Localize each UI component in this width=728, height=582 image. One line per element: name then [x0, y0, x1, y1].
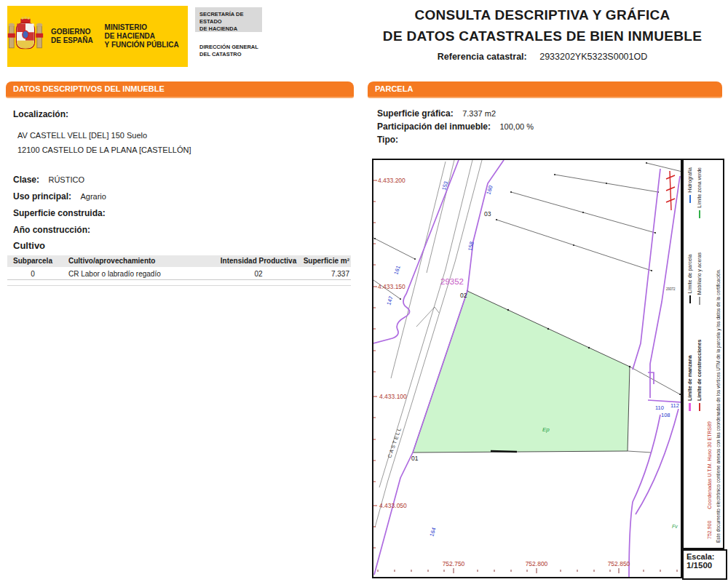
- direccion-catastro-label: DIRECCIÓN GENERAL DEL CATASTRO: [199, 44, 266, 58]
- construcciones-line-swatch: [699, 403, 700, 411]
- road-number-161: 161: [392, 265, 401, 276]
- legend-column-2: Límite de construcciones Mobiliario y ac…: [695, 167, 704, 411]
- uso-row: Uso principal: Agrario: [13, 189, 106, 202]
- tipo-label: Tipo:: [377, 135, 398, 145]
- map-legend: Límite de manzana Límite de parcela Hidr…: [682, 159, 724, 549]
- clase-value: RÚSTICO: [48, 175, 84, 184]
- cultivo-table: Subparcela Cultivo/aprovechamiento Inten…: [7, 255, 351, 286]
- anio-construccion-row: Año construcción:: [13, 223, 96, 236]
- point-label-01: 01: [411, 455, 419, 462]
- government-logo-block: GOBIERNO DE ESPAÑA MINISTERIO DE HACIEND…: [7, 6, 188, 67]
- clase-label: Clase:: [13, 175, 39, 185]
- legend-column-1: Límite de manzana Límite de parcela Hidr…: [685, 167, 695, 411]
- street-name-label: CASTELL: [387, 426, 402, 458]
- secretaria-label: SECRETARÍA DE ESTADO DE HACIENDA: [195, 7, 262, 32]
- superficie-grafica-row: Superficie gráfica: 7.337 m2: [377, 106, 496, 119]
- road-number-158: 158: [467, 241, 475, 251]
- participacion-row: Participación del inmueble: 100,00 %: [377, 119, 534, 132]
- scale-box: Escala: 1/1500: [682, 549, 727, 580]
- mobiliario-line-swatch: [699, 297, 700, 305]
- legend-item-hidrografia: Hidrografía: [687, 167, 692, 203]
- x-label-752900: 752.900: [707, 521, 712, 539]
- ministerio-label: MINISTERIO DE HACIENDA Y FUNCIÓN PÚBLICA: [105, 23, 179, 49]
- cell-superficie: 7.337: [302, 268, 351, 279]
- col-superficie: Superficie m²: [302, 255, 351, 267]
- participacion-value: 100,00 %: [500, 122, 534, 131]
- road-number-147: 147: [385, 295, 394, 306]
- road-number-164: 164: [428, 527, 437, 538]
- address-line-1: AV CASTELL VELL [DEL] 150 Suelo: [17, 131, 147, 140]
- legend-item-zonaverde: Límite zona verde: [697, 167, 702, 218]
- y-axis-ticks: [373, 180, 377, 548]
- tipo-row: Tipo:: [377, 132, 404, 146]
- legend-item-mobiliario: Mobiliario y aceras: [697, 252, 702, 305]
- utm-note-text: Coordenadas U.T.M. Huso 30 ETRS89: [707, 421, 712, 509]
- y-label-4433150: 4.433.150: [378, 283, 405, 290]
- adjacent-parcel-number-label: 29372: [666, 287, 676, 291]
- legend-label-mobiliario: Mobiliario y aceras: [697, 252, 702, 295]
- address-line-2: 12100 CASTELLO DE LA PLANA [CASTELLÓN]: [17, 146, 191, 154]
- road-number-110: 110: [655, 404, 664, 411]
- road-number-108: 108: [661, 412, 670, 418]
- cadastral-map-drawing: 4.433.200 4.433.150 4.433.100 4.433.050 …: [373, 160, 681, 577]
- utm-coordinates-note: 752.900 Coordenadas U.T.M. Huso 30 ETRS8…: [705, 172, 713, 539]
- parcela-line-swatch: [689, 295, 691, 303]
- scale-label: Escala:: [687, 552, 726, 561]
- left-panel-header: DATOS DESCRIPTIVOS DEL INMUEBLE: [6, 81, 354, 98]
- col-subparcela: Subparcela: [7, 255, 58, 267]
- col-cultivo: Cultivo/aprovechamiento: [58, 255, 215, 267]
- certification-note-text: Este documento electrónico contiene anex…: [716, 269, 721, 543]
- superficie-construida-label: Superficie construida:: [13, 208, 106, 218]
- title-line-2: DE DATOS CATASTRALES DE BIEN INMUEBLE: [363, 25, 722, 47]
- zona-verde-line-swatch: [699, 210, 700, 218]
- x-label-752750: 752.750: [443, 560, 465, 567]
- document-title: CONSULTA DESCRIPTIVA Y GRÁFICA DE DATOS …: [363, 4, 722, 62]
- legend-label-zonaverde: Límite zona verde: [697, 167, 702, 208]
- cadastral-reference: Referencia catastral: 2933202YK5323S0001…: [363, 52, 722, 62]
- legend-item-construcciones: Límite de construcciones: [697, 340, 702, 411]
- parcel-number-label: 29352: [440, 277, 464, 286]
- clase-row: Clase: RÚSTICO: [13, 172, 84, 186]
- point-label-02: 02: [460, 292, 467, 299]
- superficie-grafica-value: 7.337 m2: [462, 109, 496, 118]
- legend-item-parcela: Límite de parcela: [687, 255, 692, 304]
- x-label-752850: 752.850: [608, 560, 630, 567]
- x-axis-ticks: [378, 568, 677, 573]
- legend-label-hidrografia: Hidrografía: [687, 167, 692, 193]
- participacion-label: Participación del inmueble:: [377, 121, 491, 132]
- title-line-1: CONSULTA DESCRIPTIVA Y GRÁFICA: [363, 4, 722, 25]
- hidrografia-line-swatch: [689, 195, 691, 203]
- reference-label: Referencia catastral:: [438, 52, 527, 62]
- legend-label-parcela: Límite de parcela: [687, 255, 692, 294]
- cultivo-table-header: Subparcela Cultivo/aprovechamiento Inten…: [7, 255, 351, 268]
- subject-parcel-polygon: [413, 291, 630, 453]
- col-intensidad: Intensidad Productiva: [215, 255, 302, 267]
- land-use-fv-label: Fv: [672, 524, 678, 529]
- cell-intensidad: 02: [215, 268, 302, 279]
- legend-label-manzana: Límite de manzana: [687, 355, 692, 401]
- road-number-112: 112: [670, 402, 679, 409]
- cadastral-map: 4.433.200 4.433.150 4.433.100 4.433.050 …: [372, 159, 682, 578]
- cell-cultivo: CR Labor o labradío regadío: [58, 268, 215, 279]
- land-use-ep-label: Ep: [542, 426, 550, 433]
- scale-value: 1/1500: [687, 561, 726, 570]
- x-label-752800: 752.800: [526, 560, 548, 567]
- y-label-4433050: 4.433.050: [379, 502, 407, 509]
- localizacion-label: Localización:: [13, 109, 68, 119]
- y-label-4433200: 4.433.200: [378, 177, 405, 184]
- y-label-4433100: 4.433.100: [379, 393, 407, 400]
- cadastral-document: GOBIERNO DE ESPAÑA MINISTERIO DE HACIEND…: [0, 0, 728, 582]
- uso-value: Agrario: [80, 192, 106, 201]
- superficie-grafica-label: Superficie gráfica:: [377, 108, 454, 119]
- legend-item-manzana: Límite de manzana: [687, 355, 692, 411]
- point-label-03: 03: [484, 210, 491, 218]
- reference-value: 2933202YK5323S0001OD: [539, 52, 647, 62]
- construction-limit-symbol: [666, 171, 675, 210]
- anio-construccion-label: Año construcción:: [13, 225, 90, 235]
- manzana-line-swatch: [689, 403, 691, 411]
- superficie-construida-row: Superficie construida:: [13, 206, 111, 219]
- table-row-empty: [7, 280, 351, 286]
- legend-label-construcciones: Límite de construcciones: [697, 340, 702, 401]
- gobierno-label: GOBIERNO DE ESPAÑA: [51, 28, 93, 45]
- uso-label: Uso principal:: [13, 191, 71, 202]
